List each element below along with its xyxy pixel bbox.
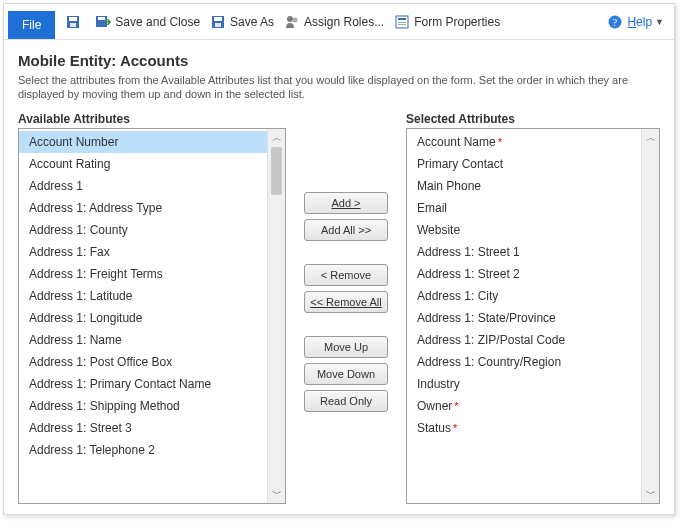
available-panel: Available Attributes Account NumberAccou… — [18, 112, 286, 504]
page-description: Select the attributes from the Available… — [18, 73, 660, 102]
selected-item[interactable]: Address 1: Street 2 — [407, 263, 641, 285]
svg-point-8 — [287, 16, 293, 22]
move-up-button[interactable]: Move Up — [304, 336, 388, 358]
read-only-button[interactable]: Read Only — [304, 390, 388, 412]
available-item[interactable]: Account Number — [19, 131, 267, 153]
selected-item[interactable]: Account Name* — [407, 131, 641, 153]
available-title: Available Attributes — [18, 112, 286, 126]
available-item[interactable]: Address 1: Longitude — [19, 307, 267, 329]
selected-item[interactable]: Status* — [407, 417, 641, 439]
chevron-down-icon: ▼ — [655, 17, 664, 27]
file-tab[interactable]: File — [8, 11, 55, 39]
selected-panel: Selected Attributes Account Name*Primary… — [406, 112, 660, 504]
save-icon — [65, 14, 81, 30]
roles-icon — [284, 14, 300, 30]
required-indicator: * — [498, 136, 502, 148]
page-title: Mobile Entity: Accounts — [18, 52, 660, 69]
selected-item[interactable]: Primary Contact — [407, 153, 641, 175]
add-button[interactable]: Add > — [304, 192, 388, 214]
available-item[interactable]: Address 1 — [19, 175, 267, 197]
available-item[interactable]: Address 1: Primary Contact Name — [19, 373, 267, 395]
remove-all-button[interactable]: << Remove All — [304, 291, 388, 313]
selected-item[interactable]: Owner* — [407, 395, 641, 417]
assign-roles-button[interactable]: Assign Roles... — [284, 4, 384, 40]
selected-item[interactable]: Address 1: State/Province — [407, 307, 641, 329]
available-listbox[interactable]: Account NumberAccount RatingAddress 1Add… — [18, 128, 286, 504]
svg-rect-6 — [214, 17, 222, 21]
scroll-up-icon[interactable]: ︿ — [642, 129, 659, 147]
available-scrollbar[interactable]: ︿ ﹀ — [267, 129, 285, 503]
columns: Available Attributes Account NumberAccou… — [18, 112, 660, 504]
available-item[interactable]: Address 1: Street 3 — [19, 417, 267, 439]
help-label: Help — [627, 15, 652, 29]
available-item[interactable]: Address 1: Fax — [19, 241, 267, 263]
form-properties-button[interactable]: Form Properties — [394, 4, 500, 40]
selected-listbox[interactable]: Account Name*Primary ContactMain PhoneEm… — [406, 128, 660, 504]
available-item[interactable]: Address 1: Latitude — [19, 285, 267, 307]
available-item[interactable]: Address 1: Name — [19, 329, 267, 351]
svg-rect-2 — [70, 23, 76, 27]
scroll-down-icon[interactable]: ﹀ — [268, 485, 285, 503]
selected-item[interactable]: Address 1: City — [407, 285, 641, 307]
button-column: Add > Add All >> < Remove << Remove All … — [286, 112, 406, 504]
remove-button[interactable]: < Remove — [304, 264, 388, 286]
assign-roles-label: Assign Roles... — [304, 15, 384, 29]
available-item[interactable]: Address 1: Telephone 2 — [19, 439, 267, 461]
svg-point-9 — [293, 17, 298, 22]
form-properties-icon — [394, 14, 410, 30]
help-icon: ? — [607, 14, 623, 30]
svg-rect-1 — [69, 17, 77, 21]
help-link[interactable]: ? Help ▼ — [607, 4, 664, 40]
selected-item[interactable]: Email — [407, 197, 641, 219]
scroll-up-icon[interactable]: ︿ — [268, 129, 285, 147]
available-item[interactable]: Address 1: County — [19, 219, 267, 241]
form-properties-label: Form Properties — [414, 15, 500, 29]
save-and-close-label: Save and Close — [115, 15, 200, 29]
available-item[interactable]: Account Rating — [19, 153, 267, 175]
move-down-button[interactable]: Move Down — [304, 363, 388, 385]
form-editor-window: File Save and Close Save As Assign Roles… — [3, 3, 675, 515]
svg-rect-11 — [398, 18, 406, 20]
available-item[interactable]: Address 1: Address Type — [19, 197, 267, 219]
save-as-label: Save As — [230, 15, 274, 29]
save-and-close-button[interactable]: Save and Close — [95, 4, 200, 40]
content-area: Mobile Entity: Accounts Select the attri… — [4, 40, 674, 514]
svg-rect-4 — [98, 17, 105, 20]
selected-item[interactable]: Address 1: Street 1 — [407, 241, 641, 263]
selected-scrollbar[interactable]: ︿ ﹀ — [641, 129, 659, 503]
selected-item[interactable]: Address 1: ZIP/Postal Code — [407, 329, 641, 351]
selected-item[interactable]: Website — [407, 219, 641, 241]
svg-text:?: ? — [613, 17, 618, 28]
scroll-thumb[interactable] — [271, 147, 282, 195]
add-all-button[interactable]: Add All >> — [304, 219, 388, 241]
toolbar: File Save and Close Save As Assign Roles… — [4, 4, 674, 40]
available-item[interactable]: Address 1: Post Office Box — [19, 351, 267, 373]
selected-item[interactable]: Industry — [407, 373, 641, 395]
scroll-down-icon[interactable]: ﹀ — [642, 485, 659, 503]
selected-title: Selected Attributes — [406, 112, 660, 126]
required-indicator: * — [454, 400, 458, 412]
selected-item[interactable]: Address 1: Country/Region — [407, 351, 641, 373]
selected-item[interactable]: Main Phone — [407, 175, 641, 197]
available-item[interactable]: Address 1: Freight Terms — [19, 263, 267, 285]
save-as-button[interactable]: Save As — [210, 4, 274, 40]
required-indicator: * — [453, 422, 457, 434]
save-close-icon — [95, 14, 111, 30]
svg-rect-7 — [215, 23, 221, 27]
save-button[interactable] — [65, 4, 85, 40]
available-item[interactable]: Address 1: Shipping Method — [19, 395, 267, 417]
save-as-icon — [210, 14, 226, 30]
svg-rect-13 — [398, 24, 406, 25]
svg-rect-12 — [398, 22, 406, 23]
